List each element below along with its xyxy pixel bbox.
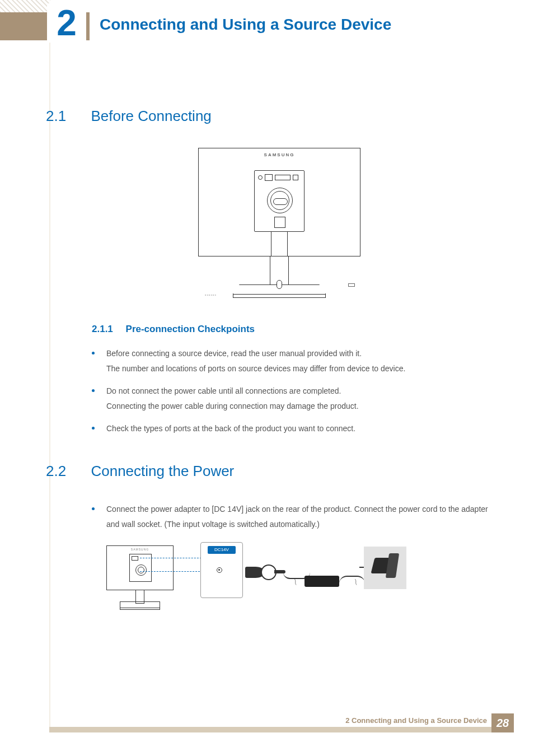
list-item: Check the types of ports at the back of … bbox=[92, 421, 489, 436]
figure-monitor-rear: SAMSUNG ▫▫▫▫▫▫ bbox=[198, 148, 360, 299]
bullet-text: The number and locations of ports on sou… bbox=[106, 361, 489, 376]
bullet-list-1: Before connecting a source device, read … bbox=[92, 346, 489, 444]
section-number: 2.2 bbox=[46, 463, 88, 480]
bullet-list-2: Connect the power adapter to [DC 14V] ja… bbox=[92, 502, 489, 539]
port-icon bbox=[275, 175, 291, 180]
callout-line bbox=[140, 571, 203, 572]
section-2-2-heading: 2.2 Connecting the Power bbox=[46, 463, 234, 480]
port-icon bbox=[265, 174, 273, 181]
section-title: Before Connecting bbox=[91, 108, 211, 124]
stand-base bbox=[120, 607, 160, 610]
section-title: Connecting the Power bbox=[91, 463, 234, 479]
break-icon: ⁓ bbox=[291, 578, 300, 586]
subsection-2-1-1-heading: 2.1.1 Pre-connection Checkpoints bbox=[92, 324, 255, 335]
port-icon bbox=[258, 175, 263, 180]
button-row: ▫▫▫▫▫▫ bbox=[205, 293, 217, 297]
callout-line bbox=[140, 558, 202, 578]
bullet-text: Before connecting a source device, read … bbox=[106, 346, 489, 361]
section-2-1-heading: 2.1 Before Connecting bbox=[46, 108, 212, 125]
dc-port-callout: DC14V bbox=[200, 542, 243, 598]
footer-chapter-text: 2 Connecting and Using a Source Device bbox=[345, 716, 487, 725]
brand-label: SAMSUNG bbox=[198, 152, 360, 157]
port-row bbox=[258, 174, 301, 182]
port-icon bbox=[293, 175, 298, 180]
figure-power-connection: SAMSUNG DC14V ⁓ ⁓ bbox=[106, 542, 487, 615]
list-item: Before connecting a source device, read … bbox=[92, 346, 489, 376]
dc-jack-icon bbox=[217, 567, 222, 573]
monitor-outline: SAMSUNG ▫▫▫▫▫▫ bbox=[198, 148, 360, 256]
break-icon: ⁓ bbox=[352, 578, 360, 586]
vent-icon bbox=[267, 188, 293, 213]
bullet-text: Check the types of ports at the back of … bbox=[106, 421, 489, 436]
cable-hole-icon bbox=[277, 280, 282, 289]
chapter-badge: 2 bbox=[49, 6, 84, 40]
bullet-text: Connecting the power cable during connec… bbox=[106, 399, 489, 414]
wall-plug-icon bbox=[371, 558, 395, 573]
port-panel bbox=[254, 170, 305, 232]
stand-mount bbox=[271, 232, 288, 256]
adapter-plug-icon bbox=[245, 563, 284, 581]
port-icon bbox=[132, 556, 138, 561]
dc-label: DC14V bbox=[208, 546, 236, 554]
adapter-box-icon bbox=[305, 576, 339, 587]
bullet-text: Connect the power adapter to [DC 14V] ja… bbox=[106, 505, 488, 529]
list-item: Do not connect the power cable until all… bbox=[92, 384, 489, 413]
page-number: 28 bbox=[491, 713, 514, 732]
header-hatch bbox=[0, 0, 50, 12]
chapter-title: Connecting and Using a Source Device bbox=[100, 16, 391, 34]
subsection-title: Pre-connection Checkpoints bbox=[126, 324, 255, 334]
footer-bar bbox=[49, 727, 514, 732]
slot-icon bbox=[274, 217, 285, 228]
chapter-number: 2 bbox=[57, 5, 77, 41]
power-indicator-icon bbox=[348, 283, 355, 287]
margin-line bbox=[49, 40, 50, 729]
list-item: Connect the power adapter to [DC 14V] ja… bbox=[92, 502, 489, 531]
section-number: 2.1 bbox=[46, 108, 88, 125]
subsection-number: 2.1.1 bbox=[92, 324, 113, 335]
brand-label: SAMSUNG bbox=[107, 548, 173, 551]
bullet-text: Do not connect the power cable until all… bbox=[106, 384, 489, 399]
